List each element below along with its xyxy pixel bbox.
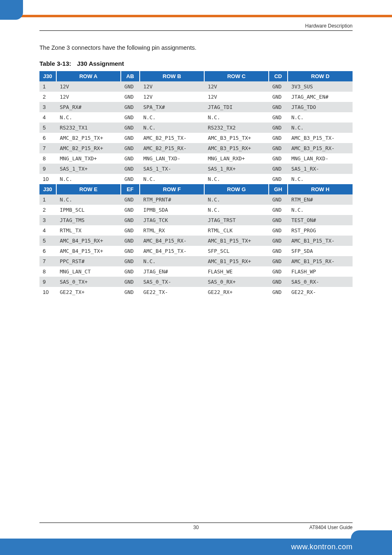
table-cell: PPC_RST# [57, 256, 121, 266]
th-j30: J30 [39, 71, 57, 81]
table-cell: GND [269, 92, 288, 102]
table-cell: N.C. [288, 112, 353, 123]
table-cell: 12V [205, 81, 269, 92]
table-row: 4RTML_TXGNDRTML_RXRTML_CLKGNDRST_PROG [39, 225, 353, 236]
table-cell: 2 [39, 92, 57, 102]
table-cell: GND [269, 225, 288, 236]
table-cell: GND [269, 266, 288, 277]
header-rule [39, 30, 353, 31]
table-cell: GND [121, 164, 140, 174]
table-cell: GND [121, 225, 140, 236]
table-cell: GND [121, 205, 140, 215]
th-row-g: ROW G [205, 184, 269, 194]
table-cell: GND [269, 215, 288, 225]
table-cell: 7 [39, 143, 57, 153]
table-cell: N.C. [205, 194, 269, 205]
table-cell: 3 [39, 215, 57, 225]
table-cell: 1 [39, 194, 57, 205]
table-cell: GND [121, 153, 140, 164]
table-cell: GE22_RX- [288, 287, 353, 297]
th-row-d: ROW D [288, 71, 353, 81]
table-cell: 4 [39, 225, 57, 236]
table-cell: 2 [39, 205, 57, 215]
table-row: 3JTAG_TMSGNDJTAG_TCKJTAG_TRSTGNDTEST_ON# [39, 215, 353, 225]
table-cell: N.C. [57, 112, 121, 123]
table-cell: 5 [39, 123, 57, 133]
table-cell: N.C. [205, 174, 269, 184]
table-cell: N.C. [288, 174, 353, 184]
table-cell: GND [269, 153, 288, 164]
table-row: 212VGND12V12VGNDJTAG_AMC_EN# [39, 92, 353, 102]
table-cell: SAS_1_RX+ [205, 164, 269, 174]
table-cell: N.C. [288, 205, 353, 215]
table-cell: RTML_RX [140, 225, 205, 236]
table-cell: AMC_B4_P15_RX+ [57, 236, 121, 246]
table-cell: GND [121, 133, 140, 143]
table-cell: 8 [39, 266, 57, 277]
table-row: 2IPMB_SCLGNDIPMB_SDAN.C.GNDN.C. [39, 205, 353, 215]
table-cell: GE22_TX- [140, 287, 205, 297]
table-cell: RS232_TX2 [205, 123, 269, 133]
table-cell: 12V [57, 92, 121, 102]
table-row: 10N.C.GNDN.C.N.C.GNDN.C. [39, 174, 353, 184]
table-caption: Table 3-13:J30 Assignment [39, 60, 353, 67]
table-cell: GND [121, 81, 140, 92]
table-cell: FLASH_WE [205, 266, 269, 277]
table-cell: JTAG_TMS [57, 215, 121, 225]
table-cell: 4 [39, 112, 57, 123]
table-cell: SPA_RX# [57, 102, 121, 112]
th-j30-2: J30 [39, 184, 57, 194]
table-cell: GND [121, 102, 140, 112]
table-cell: AMC_B2_P15_TX+ [57, 133, 121, 143]
table-row: 6AMC_B2_P15_TX+GNDAMC_B2_P15_TX-AMC_B3_P… [39, 133, 353, 143]
table-cell: GND [269, 123, 288, 133]
table-cell: GND [269, 102, 288, 112]
table-cell: 10 [39, 174, 57, 184]
table-cell: GND [121, 277, 140, 287]
table-cell: AMC_B3_P15_TX- [288, 133, 353, 143]
bottom-band: www.kontron.com [0, 539, 392, 555]
table-cell: JTAG_TDO [288, 102, 353, 112]
table-cell: SFP_SDA [288, 246, 353, 256]
th-row-e: ROW E [57, 184, 121, 194]
top-orange-strip [0, 15, 392, 17]
table-row: 8MNG_LAN_CTGNDJTAG_EN#FLASH_WEGNDFLASH_W… [39, 266, 353, 277]
table-cell: RST_PROG [288, 225, 353, 236]
table-cell: MNG_LAN_TXD- [140, 153, 205, 164]
table-row: 4N.C.GNDN.C.N.C.GNDN.C. [39, 112, 353, 123]
table-cell: 3 [39, 102, 57, 112]
table-cell: JTAG_AMC_EN# [288, 92, 353, 102]
th-row-b: ROW B [140, 71, 205, 81]
th-row-h: ROW H [288, 184, 353, 194]
th-ab: AB [121, 71, 140, 81]
table-cell: RTML_TX [57, 225, 121, 236]
table-cell: MNG_LAN_RXD- [288, 153, 353, 164]
table-cell: AMC_B1_P15_RX+ [205, 256, 269, 266]
footer-url: www.kontron.com [291, 539, 353, 555]
table-cell: N.C. [205, 112, 269, 123]
table-cell: GND [121, 287, 140, 297]
table-cell: RTM_EN# [288, 194, 353, 205]
table-cell: AMC_B1_P15_TX+ [205, 236, 269, 246]
table-cell: 6 [39, 246, 57, 256]
header-section: Hardware Description [305, 23, 353, 29]
th-ef: EF [121, 184, 140, 194]
table-cell: 6 [39, 133, 57, 143]
table-cell: AMC_B4_P15_RX- [140, 236, 205, 246]
table-row: 112VGND12V12VGND3V3_SUS [39, 81, 353, 92]
table-cell: GND [269, 256, 288, 266]
table-cell: JTAG_TCK [140, 215, 205, 225]
table-cell: N.C. [140, 256, 205, 266]
table-cell: GND [269, 112, 288, 123]
table-cell: 10 [39, 287, 57, 297]
table-cell: 9 [39, 277, 57, 287]
table-cell: 12V [205, 92, 269, 102]
table-row: 1N.C.GNDRTM_PRNT#N.C.GNDRTM_EN# [39, 194, 353, 205]
table-cell: AMC_B3_P15_RX- [288, 143, 353, 153]
table-cell: GND [121, 174, 140, 184]
table-cell: SAS_0_TX- [140, 277, 205, 287]
table-row: 7AMC_B2_P15_RX+GNDAMC_B2_P15_RX-AMC_B3_P… [39, 143, 353, 153]
table-cell: 9 [39, 164, 57, 174]
table-cell: GND [121, 266, 140, 277]
table-cell: GE22_RX+ [205, 287, 269, 297]
